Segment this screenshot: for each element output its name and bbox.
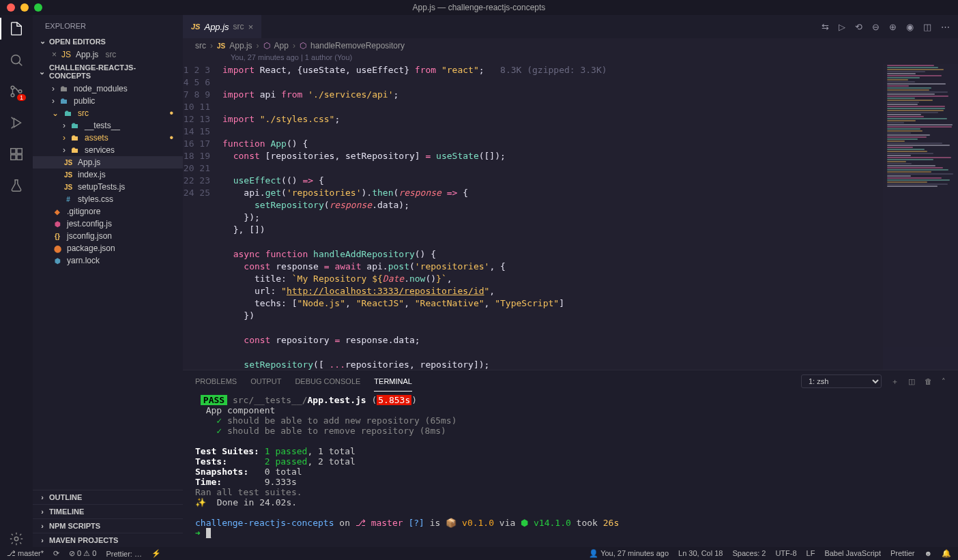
source-control-icon[interactable]: 1	[8, 83, 25, 100]
js-file-icon: JS	[63, 159, 74, 166]
close-window-button[interactable]	[7, 3, 15, 12]
css-file-icon: #	[63, 196, 74, 203]
project-header[interactable]: ⌄CHALLENGE-REACTJS-CONCEPTS	[33, 61, 183, 83]
split-editor-icon[interactable]: ◫	[923, 22, 931, 32]
git-icon[interactable]: ⟲	[855, 22, 862, 32]
section-npm-scripts[interactable]: ›NPM SCRIPTS	[33, 518, 183, 533]
new-terminal-icon[interactable]: ＋	[891, 377, 899, 387]
encoding-status[interactable]: UTF-8	[775, 549, 796, 558]
editor-main: JS App.js src × ⇆ ▷ ⟲ ⊖ ⊕ ◉ ◫ ⋯ src› JS …	[183, 15, 958, 547]
js-file-icon: JS	[63, 183, 74, 191]
next-icon[interactable]: ⊕	[889, 22, 897, 32]
folder-item[interactable]: ›🖿__tests__	[33, 119, 183, 132]
svg-point-2	[11, 93, 14, 97]
eol-status[interactable]: LF	[807, 549, 815, 558]
prettier-mode[interactable]: Prettier: …	[106, 550, 142, 558]
maximize-window-button[interactable]	[34, 3, 42, 12]
svg-rect-5	[11, 155, 16, 160]
symbol-icon: ⬡	[300, 41, 306, 50]
breadcrumb[interactable]: src› JS App.js› ⬡ App› ⬡ handleRemoveRep…	[183, 38, 958, 53]
chevron-icon: ›	[63, 145, 66, 155]
file-item[interactable]: ⬢yarn.lock	[33, 254, 183, 267]
code-content[interactable]: import React, {useState, useEffect} from…	[222, 64, 958, 370]
chevron-icon: ⌄	[52, 108, 59, 118]
errors-status[interactable]: ⊘ 0 ⚠ 0	[69, 549, 96, 558]
tab-debug-console[interactable]: DEBUG CONSOLE	[295, 372, 360, 391]
svg-rect-7	[17, 149, 22, 153]
minimize-window-button[interactable]	[20, 3, 29, 12]
indent-status[interactable]: Spaces: 2	[732, 549, 766, 558]
bell-icon[interactable]: 🔔	[942, 549, 951, 558]
svg-point-3	[18, 90, 22, 93]
file-item[interactable]: JSindex.js	[33, 168, 183, 181]
prev-icon[interactable]: ⊖	[872, 22, 880, 32]
extensions-icon[interactable]	[8, 146, 25, 162]
symbol-icon: ⬡	[263, 41, 270, 50]
npm-file-icon: ⬤	[52, 245, 63, 252]
experiments-icon[interactable]	[8, 177, 25, 194]
sync-icon[interactable]: ⟳	[53, 549, 59, 558]
section-outline[interactable]: ›OUTLINE	[33, 490, 183, 504]
terminal-select[interactable]: 1: zsh	[801, 374, 882, 388]
file-item[interactable]: {}jsconfig.json	[33, 230, 183, 242]
tabs-row: JS App.js src × ⇆ ▷ ⟲ ⊖ ⊕ ◉ ◫ ⋯	[183, 15, 958, 38]
open-editor-item[interactable]: × JS App.js src	[33, 48, 183, 61]
radio-icon[interactable]: ◉	[906, 22, 914, 32]
minimap[interactable]	[883, 64, 958, 370]
tab-problems[interactable]: PROBLEMS	[195, 372, 237, 391]
folder-item[interactable]: ›🖿node_modules	[33, 83, 183, 95]
cursor-position[interactable]: Ln 30, Col 18	[678, 549, 723, 558]
svg-rect-6	[17, 155, 22, 160]
debug-icon[interactable]	[8, 115, 25, 131]
git-blame-status[interactable]: 👤 You, 27 minutes ago	[589, 549, 669, 558]
kill-terminal-icon[interactable]: 🗑	[925, 377, 932, 385]
scm-badge: 1	[17, 94, 26, 101]
split-terminal-icon[interactable]: ◫	[908, 377, 915, 386]
file-label: .gitignore	[67, 207, 100, 216]
formatter-status[interactable]: Prettier	[890, 549, 914, 558]
lightning-icon[interactable]: ⚡	[151, 549, 161, 558]
more-icon[interactable]: ⋯	[941, 22, 950, 32]
language-status[interactable]: Babel JavaScript	[824, 549, 881, 558]
folder-item[interactable]: ›🖿services	[33, 144, 183, 156]
git-file-icon: ◆	[52, 208, 63, 216]
file-label: src	[78, 108, 89, 118]
section-timeline[interactable]: ›TIMELINE	[33, 504, 183, 518]
close-tab-icon[interactable]: ×	[248, 22, 254, 32]
json-file-icon: {}	[52, 233, 63, 240]
file-label: services	[85, 145, 115, 155]
feedback-icon[interactable]: ☻	[924, 549, 932, 558]
search-icon[interactable]	[8, 52, 25, 68]
folder-item[interactable]: ›🖿public	[33, 95, 183, 107]
tab-output[interactable]: OUTPUT	[250, 372, 281, 391]
codelens[interactable]: You, 27 minutes ago | 1 author (You)	[183, 53, 958, 64]
file-item[interactable]: ⬢jest.config.js	[33, 218, 183, 230]
folder-icon: 🖿	[63, 108, 74, 118]
explorer-icon[interactable]	[8, 20, 25, 37]
file-label: public	[74, 96, 95, 106]
terminal-output[interactable]: PASS src/__tests__/App.test.js (5.853s) …	[183, 392, 958, 547]
file-item[interactable]: ◆.gitignore	[33, 205, 183, 218]
file-item[interactable]: JSsetupTests.js	[33, 181, 183, 193]
open-editors-header[interactable]: ⌄OPEN EDITORS	[33, 34, 183, 48]
folder-item[interactable]: ›🖿assets•	[33, 132, 183, 144]
code-editor[interactable]: 1 2 3 4 5 6 7 8 9 10 11 12 13 14 15 16 1…	[183, 64, 958, 370]
file-item[interactable]: JSApp.js	[33, 156, 183, 168]
compare-icon[interactable]: ⇆	[822, 22, 829, 32]
section-maven-projects[interactable]: ›MAVEN PROJECTS	[33, 533, 183, 547]
tab-terminal[interactable]: TERMINAL	[374, 372, 412, 392]
settings-gear-icon[interactable]	[8, 531, 25, 547]
folder-item[interactable]: ⌄🖿src•	[33, 107, 183, 119]
file-item[interactable]: #styles.css	[33, 193, 183, 205]
maximize-panel-icon[interactable]: ˄	[942, 377, 946, 386]
js-file-icon: JS	[217, 42, 225, 50]
editor-tab[interactable]: JS App.js src ×	[183, 15, 261, 38]
folder-icon: 🖿	[59, 84, 70, 93]
branch-status[interactable]: ⎇ master*	[7, 549, 44, 558]
close-icon[interactable]: ×	[52, 50, 57, 59]
window-title: App.js — challenge-reactjs-concepts	[413, 3, 546, 12]
file-label: assets	[85, 133, 108, 143]
run-icon[interactable]: ▷	[839, 22, 845, 32]
file-item[interactable]: ⬤package.json	[33, 242, 183, 254]
file-label: jest.config.js	[67, 219, 112, 229]
